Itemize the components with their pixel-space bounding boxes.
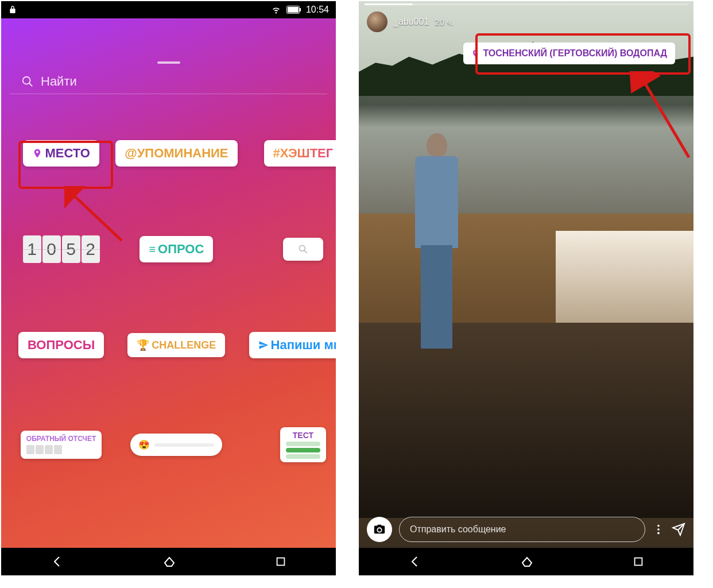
story-username[interactable]: _abu001 [393,17,429,27]
clock-sticker[interactable]: 1 0 5 2 [23,235,100,263]
search-input[interactable] [41,74,316,89]
svg-point-12 [657,532,660,535]
countdown-sticker[interactable]: ОБРАТНЫЙ ОТСЧЕТ [21,431,102,459]
battery-icon [286,6,301,14]
poll-lines-icon: ≡ [149,243,156,256]
clock-digit: 5 [62,235,80,263]
story-reply-bar [367,517,685,542]
hashtag-sticker-label: #ХЭШТЕГ [273,146,334,161]
hashtag-sticker[interactable]: #ХЭШТЕГ [264,140,336,167]
clock-digit: 2 [82,235,100,263]
location-sticker[interactable]: МЕСТО [23,140,99,167]
story-location-label: ТОСНЕНСКИЙ (ГЕРТОВСКИЙ) ВОДОПАД [483,48,667,59]
location-sticker-label: МЕСТО [45,146,90,161]
avatar[interactable] [367,11,388,32]
dm-sticker-label: Напиши мне [271,338,336,353]
svg-point-11 [657,528,660,531]
challenge-sticker[interactable]: 🏆 CHALLENGE [127,333,225,357]
svg-point-10 [657,525,660,527]
nav-back-icon[interactable] [51,555,64,568]
clock-digit: 1 [23,235,41,263]
slider-track [154,443,214,447]
countdown-sticker-label: ОБРАТНЫЙ ОТСЧЕТ [26,435,96,443]
challenge-sticker-label: CHALLENGE [152,339,216,351]
story-header: _abu001 20 ч. [359,7,693,37]
svg-rect-1 [288,7,299,13]
android-status-bar: 10:54 [1,1,336,18]
search-icon [297,243,309,255]
pin-icon [32,148,42,158]
send-button[interactable] [672,523,685,536]
story-timestamp: 20 ч. [435,17,454,27]
clock-digit: 0 [42,235,61,263]
nav-recents-icon[interactable] [274,555,287,568]
send-icon [672,523,685,536]
camera-button[interactable] [367,517,392,542]
dm-sticker[interactable]: Напиши мне [249,332,336,358]
poll-sticker-label: ОПРОС [158,242,204,257]
mention-sticker-label: @УПОМИНАНИЕ [125,146,228,161]
android-nav-bar [1,548,336,575]
questions-sticker-label: ВОПРОСЫ [28,338,95,353]
right-phone-story-view: _abu001 20 ч. ТОСНЕНСКИЙ (ГЕРТОВСКИЙ) ВО… [359,1,693,575]
status-time: 10:54 [306,5,329,15]
story-progress [365,3,688,5]
svg-point-3 [23,77,30,84]
search-icon [21,75,34,88]
pin-icon [471,49,479,57]
trophy-icon: 🏆 [137,339,149,351]
left-phone-sticker-picker: 10:54 МЕСТО @УПОМИНАНИЕ #ХЭШТЕГ 1 0 [1,1,336,575]
nav-home-icon[interactable] [162,555,176,568]
android-nav-bar [359,548,693,575]
drag-handle[interactable] [157,61,180,64]
svg-line-4 [29,83,33,87]
send-icon [258,340,269,350]
more-button[interactable] [652,523,665,536]
gif-sticker[interactable] [283,238,323,261]
questions-sticker[interactable]: ВОПРОСЫ [18,332,104,358]
nav-recents-icon[interactable] [632,555,645,568]
quiz-sticker-label: ТЕСТ [286,431,320,440]
story-person-figure [405,133,462,386]
emoji-slider-sticker[interactable]: 😍 [130,434,222,456]
quiz-sticker[interactable]: ТЕСТ [280,427,326,462]
svg-rect-8 [277,558,284,566]
sticker-panel: МЕСТО @УПОМИНАНИЕ #ХЭШТЕГ 1 0 5 2 ≡ ОПРО… [1,56,336,548]
nav-home-icon[interactable] [520,555,534,568]
poll-sticker[interactable]: ≡ ОПРОС [140,236,213,262]
svg-rect-2 [300,8,301,11]
reply-input[interactable] [399,517,645,542]
svg-rect-13 [634,558,642,566]
mention-sticker[interactable]: @УПОМИНАНИЕ [115,140,237,167]
more-vertical-icon [652,523,665,536]
sticker-search[interactable] [10,69,327,94]
svg-line-6 [304,250,307,253]
nav-back-icon[interactable] [408,555,422,568]
lock-icon [8,5,17,14]
heart-eyes-emoji-icon: 😍 [138,439,150,450]
wifi-icon [270,5,282,14]
camera-icon [373,523,386,536]
story-location-tag[interactable]: ТОСНЕНСКИЙ (ГЕРТОВСКИЙ) ВОДОПАД [463,42,675,64]
